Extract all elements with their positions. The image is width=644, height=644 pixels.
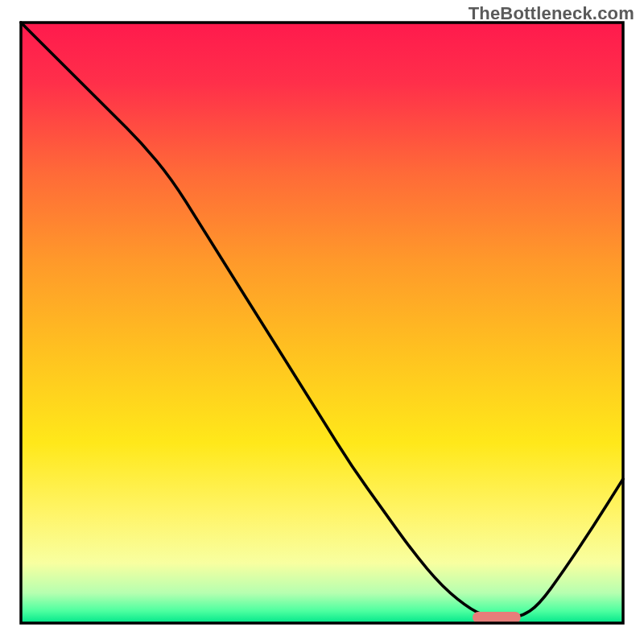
chart-svg xyxy=(0,0,644,644)
minimum-marker xyxy=(473,612,521,623)
chart-container: TheBottleneck.com xyxy=(0,0,644,644)
watermark-text: TheBottleneck.com xyxy=(469,3,634,24)
